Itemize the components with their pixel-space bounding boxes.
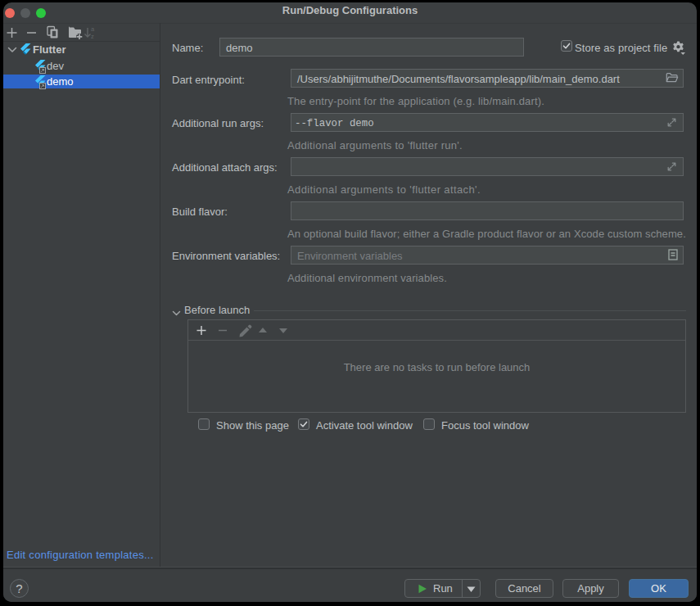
svg-text:z: z (91, 33, 94, 40)
svg-text:a: a (91, 25, 95, 33)
